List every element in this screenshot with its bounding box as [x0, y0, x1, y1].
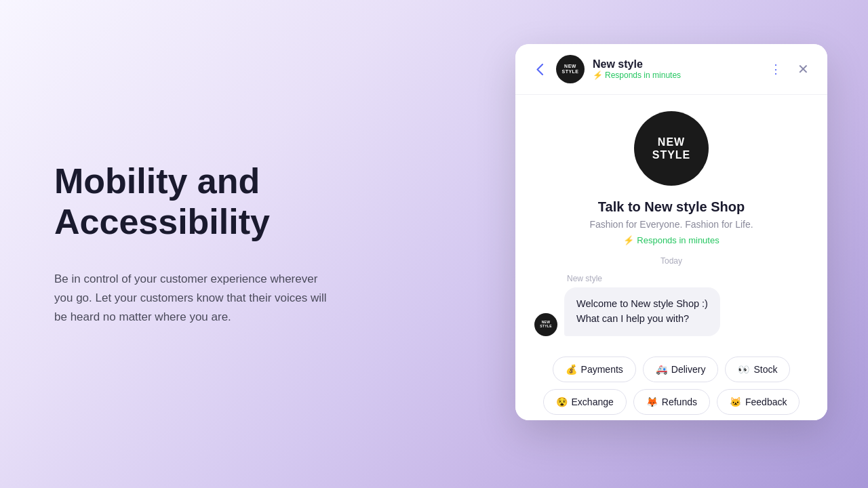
header-info: New style ⚡ Responds in minutes	[593, 58, 765, 80]
shop-title: Talk to New style Shop	[598, 199, 745, 215]
message-row: NEW STYLE Welcome to New style Shop :)Wh…	[534, 287, 808, 336]
status-lightning-icon: ⚡	[593, 70, 603, 80]
back-button[interactable]	[529, 58, 551, 80]
quick-reply-delivery[interactable]: 🚑Delivery	[643, 357, 719, 382]
title-line2: Accessibility	[54, 202, 270, 241]
quick-reply-emoji: 🦊	[646, 396, 658, 407]
quick-reply-emoji: 👀	[738, 364, 749, 375]
response-text: Responds in minutes	[637, 235, 719, 245]
header-avatar-text-top: NEW	[564, 64, 576, 69]
message-avatar: NEW STYLE	[534, 313, 557, 336]
today-separator: Today	[660, 256, 682, 266]
main-title: Mobility and Accessibility	[54, 161, 420, 243]
quick-reply-label: Feedback	[745, 396, 787, 407]
header-avatar: NEW STYLE	[556, 55, 585, 83]
title-line1: Mobility and	[54, 161, 260, 201]
quick-reply-label: Exchange	[572, 396, 614, 407]
message-sender-label: New style	[534, 274, 808, 283]
right-panel: NEW STYLE New style ⚡ Responds in minute…	[475, 0, 868, 488]
quick-reply-label: Stock	[753, 364, 777, 375]
msg-avatar-bottom: STYLE	[540, 325, 552, 329]
close-button[interactable]: ✕	[792, 58, 814, 80]
shop-logo-text-top: NEW	[658, 136, 685, 148]
quick-reply-label: Payments	[581, 364, 623, 375]
shop-logo-text-bottom: STYLE	[652, 148, 691, 161]
quick-reply-payments[interactable]: 💰Payments	[553, 357, 636, 382]
message-section: New style NEW STYLE Welcome to New style…	[532, 274, 811, 336]
quick-reply-emoji: 🚑	[656, 364, 667, 375]
main-description: Be in control of your customer experienc…	[54, 270, 339, 327]
chat-body: NEW STYLE Talk to New style Shop Fashion…	[515, 95, 827, 347]
header-avatar-text-bottom: STYLE	[561, 69, 578, 75]
chat-header: NEW STYLE New style ⚡ Responds in minute…	[515, 44, 827, 95]
message-bubble: Welcome to New style Shop :)What can I h…	[564, 287, 720, 336]
quick-replies: 💰Payments🚑Delivery👀Stock😵Exchange🦊Refund…	[515, 347, 827, 420]
quick-reply-emoji: 🐱	[730, 396, 741, 407]
quick-reply-label: Delivery	[671, 364, 706, 375]
quick-reply-refunds[interactable]: 🦊Refunds	[633, 389, 710, 415]
response-lightning-icon: ⚡	[623, 235, 634, 245]
status-text: Responds in minutes	[605, 70, 681, 80]
shop-subtitle: Fashion for Everyone. Fashion for Life.	[589, 219, 753, 230]
quick-reply-feedback[interactable]: 🐱Feedback	[717, 389, 800, 415]
quick-reply-label: Refunds	[662, 396, 697, 407]
response-time: ⚡ Responds in minutes	[623, 235, 719, 245]
quick-reply-emoji: 😵	[556, 396, 568, 407]
quick-reply-stock[interactable]: 👀Stock	[725, 357, 790, 382]
more-button[interactable]: ⋮	[765, 58, 787, 80]
header-status: ⚡ Responds in minutes	[593, 70, 765, 80]
quick-reply-emoji: 💰	[566, 364, 577, 375]
shop-logo: NEW STYLE	[634, 111, 709, 186]
header-name: New style	[593, 58, 765, 70]
header-actions: ⋮ ✕	[765, 58, 814, 80]
left-panel: Mobility and Accessibility Be in control…	[0, 0, 475, 488]
chat-widget: NEW STYLE New style ⚡ Responds in minute…	[515, 44, 827, 420]
quick-reply-exchange[interactable]: 😵Exchange	[543, 389, 627, 415]
